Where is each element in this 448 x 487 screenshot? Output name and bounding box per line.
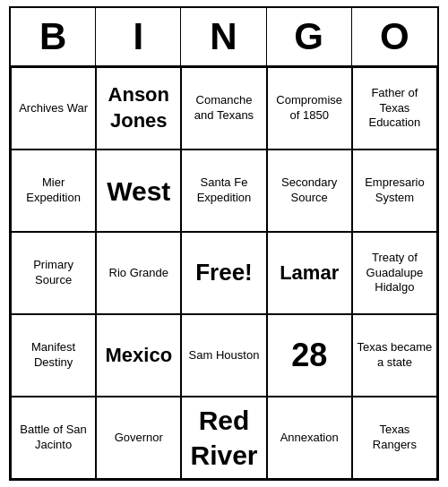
bingo-header: BINGO [11, 8, 437, 67]
bingo-cell-7: Santa Fe Expedition [181, 150, 266, 232]
bingo-cell-15: Manifest Destiny [11, 314, 96, 397]
bingo-cell-14: Treaty of Guadalupe Hidalgo [352, 232, 437, 314]
bingo-cell-3: Compromise of 1850 [267, 67, 352, 150]
bingo-cell-13: Lamar [267, 232, 352, 314]
bingo-cell-16: Mexico [96, 314, 181, 397]
bingo-cell-18: 28 [267, 314, 352, 397]
bingo-cell-1: Anson Jones [96, 67, 181, 150]
bingo-cell-23: Annexation [267, 397, 352, 479]
bingo-letter-i: I [96, 8, 181, 65]
bingo-grid: Archives WarAnson JonesComanche and Texa… [11, 67, 437, 479]
bingo-letter-b: B [11, 8, 96, 65]
bingo-cell-2: Comanche and Texans [181, 67, 266, 150]
bingo-cell-8: Secondary Source [267, 150, 352, 232]
bingo-cell-9: Empresario System [352, 150, 437, 232]
bingo-letter-g: G [267, 8, 352, 65]
bingo-letter-n: N [181, 8, 266, 65]
bingo-cell-10: Primary Source [11, 232, 96, 314]
bingo-cell-6: West [96, 150, 181, 232]
bingo-cell-11: Rio Grande [96, 232, 181, 314]
bingo-cell-24: Texas Rangers [352, 397, 437, 479]
bingo-cell-0: Archives War [11, 67, 96, 150]
bingo-cell-5: Mier Expedition [11, 150, 96, 232]
bingo-cell-17: Sam Houston [181, 314, 266, 397]
bingo-cell-20: Battle of San Jacinto [11, 397, 96, 479]
bingo-cell-12: Free! [181, 232, 266, 314]
bingo-letter-o: O [352, 8, 437, 65]
bingo-cell-21: Governor [96, 397, 181, 479]
bingo-cell-22: Red River [181, 397, 266, 479]
bingo-cell-19: Texas became a state [352, 314, 437, 397]
bingo-card: BINGO Archives WarAnson JonesComanche an… [9, 6, 439, 481]
bingo-cell-4: Father of Texas Education [352, 67, 437, 150]
